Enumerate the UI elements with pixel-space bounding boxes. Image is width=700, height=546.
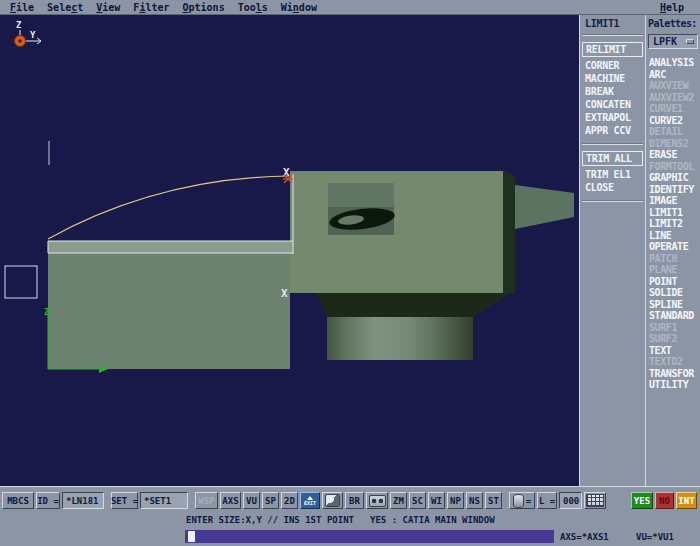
menu-window[interactable]: Window bbox=[281, 2, 317, 13]
palette-item-textd2[interactable]: TEXTD2 bbox=[646, 356, 700, 368]
hand-icon-button[interactable] bbox=[322, 492, 343, 509]
model-cylinder bbox=[327, 317, 473, 360]
palette-item-limit1[interactable]: LIMIT1 bbox=[646, 207, 700, 219]
toolbar-button-sp[interactable]: SP bbox=[262, 492, 279, 509]
palette-item-curve1[interactable]: CURVE1 bbox=[646, 103, 700, 115]
toolbar-button-st[interactable]: ST bbox=[485, 492, 502, 509]
palette-list: ANALYSISARCAUXVIEWAUXVIEW2CURVE1CURVE2DE… bbox=[646, 57, 700, 391]
palette-item-erase[interactable]: ERASE bbox=[646, 149, 700, 161]
palette-item-curve2[interactable]: CURVE2 bbox=[646, 115, 700, 127]
limit1-item-appr-ccv[interactable]: APPR CCV bbox=[580, 124, 645, 137]
viewport[interactable]: X X Z Z Y bbox=[0, 15, 579, 486]
model-slab-top bbox=[48, 241, 293, 253]
toolbar-button-wsp[interactable]: WSP bbox=[195, 492, 218, 509]
menu-view[interactable]: View bbox=[96, 2, 120, 13]
toolbar-button-mbcs[interactable]: MBCS bbox=[2, 492, 34, 509]
palette-item-surf1[interactable]: SURF1 bbox=[646, 322, 700, 334]
toolbar: MBCSID =*LN181SET =*SET1WSPAXSVUSP2DEXIT… bbox=[0, 486, 700, 512]
palette-item-surf2[interactable]: SURF2 bbox=[646, 333, 700, 345]
menu-help[interactable]: Help bbox=[660, 2, 684, 13]
toolbar-button-l[interactable]: L = bbox=[537, 492, 557, 509]
kbd-icon bbox=[586, 494, 604, 507]
palette-item-utility[interactable]: UTILITY bbox=[646, 379, 700, 391]
limit1-item-concaten[interactable]: CONCATEN bbox=[580, 98, 645, 111]
model-tab bbox=[515, 185, 574, 229]
toolbar-button-2d[interactable]: 2D bbox=[281, 492, 298, 509]
toolbar-button-id[interactable]: ID = bbox=[36, 492, 60, 509]
palette-item-analysis[interactable]: ANALYSIS bbox=[646, 57, 700, 69]
window-label: YES : CATIA MAIN WINDOW bbox=[370, 515, 495, 525]
separator bbox=[582, 143, 643, 145]
palette-mode-value: LPFK bbox=[653, 36, 677, 47]
toolbar-button-sc[interactable]: SC bbox=[409, 492, 426, 509]
reel-icon-button[interactable] bbox=[366, 492, 388, 509]
limit1-item-close[interactable]: CLOSE bbox=[580, 181, 645, 194]
limit1-panel-title: LIMIT1 bbox=[580, 15, 645, 32]
toolbar-button-br[interactable]: BR bbox=[345, 492, 364, 509]
limit1-item-machine[interactable]: MACHINE bbox=[580, 72, 645, 85]
axis-indicator: Z Y bbox=[15, 20, 42, 47]
menu-select[interactable]: Select bbox=[47, 2, 83, 13]
menu-tools[interactable]: Tools bbox=[238, 2, 268, 13]
limit1-item-extrapol[interactable]: EXTRAPOL bbox=[580, 111, 645, 124]
layer-field[interactable]: 000 bbox=[559, 492, 582, 509]
palette-item-limit2[interactable]: LIMIT2 bbox=[646, 218, 700, 230]
palette-item-formtool[interactable]: FORMTOOL bbox=[646, 161, 700, 173]
palette-item-line[interactable]: LINE bbox=[646, 230, 700, 242]
palette-item-patch[interactable]: PATCH bbox=[646, 253, 700, 265]
toolbar-gap bbox=[190, 508, 193, 509]
limit1-panel: LIMIT1 RELIMITCORNERMACHINEBREAKCONCATEN… bbox=[579, 15, 645, 486]
id-field[interactable]: *LN181 bbox=[62, 492, 104, 509]
toolbar-button-ns[interactable]: NS bbox=[466, 492, 483, 509]
palette-item-auxview[interactable]: AUXVIEW bbox=[646, 80, 700, 92]
toolbar-button-set[interactable]: SET = bbox=[111, 492, 138, 509]
filter-icon-button[interactable]: = bbox=[509, 492, 535, 509]
toolbar-button-wi[interactable]: WI bbox=[428, 492, 445, 509]
model-slab bbox=[48, 253, 290, 369]
menu-file[interactable]: File bbox=[10, 2, 34, 13]
palette-item-detail[interactable]: DETAIL bbox=[646, 126, 700, 138]
palette-item-arc[interactable]: ARC bbox=[646, 69, 700, 81]
palette-item-graphic[interactable]: GRAPHIC bbox=[646, 172, 700, 184]
palette-mode-dropdown[interactable]: LPFK bbox=[648, 34, 698, 49]
model-body-side bbox=[503, 169, 515, 293]
palette-item-spline[interactable]: SPLINE bbox=[646, 299, 700, 311]
catia-main-window: FileSelectViewFilterOptionsToolsWindowHe… bbox=[0, 0, 700, 546]
menu-options[interactable]: Options bbox=[183, 2, 225, 13]
model-axis-z-label: Z bbox=[44, 307, 50, 317]
palette-item-point[interactable]: POINT bbox=[646, 276, 700, 288]
exit-button[interactable]: EXIT bbox=[300, 492, 320, 509]
limit1-item-corner[interactable]: CORNER bbox=[580, 59, 645, 72]
limit1-item-trim-all[interactable]: TRIM ALL bbox=[582, 151, 643, 166]
palette-item-dimens2[interactable]: DIMENS2 bbox=[646, 138, 700, 150]
toolbar-button-vu[interactable]: VU bbox=[243, 492, 260, 509]
menu-filter[interactable]: Filter bbox=[133, 2, 169, 13]
palettes-title: Palettes: bbox=[646, 15, 700, 32]
limit1-item-trim-el1[interactable]: TRIM EL1 bbox=[580, 168, 645, 181]
limit1-item-break[interactable]: BREAK bbox=[580, 85, 645, 98]
palette-item-standard[interactable]: STANDARD bbox=[646, 310, 700, 322]
toolbar-button-np[interactable]: NP bbox=[447, 492, 464, 509]
no-button[interactable]: NO bbox=[655, 492, 674, 509]
set-field[interactable]: *SET1 bbox=[140, 492, 188, 509]
cad-model bbox=[48, 169, 574, 369]
separator bbox=[582, 200, 643, 202]
palette-item-solide[interactable]: SOLIDE bbox=[646, 287, 700, 299]
selection-box bbox=[5, 266, 37, 298]
command-bar: AXS=*AXS1 VU=*VU1 bbox=[0, 529, 700, 546]
reel-icon bbox=[369, 495, 386, 507]
keyboard-icon-button[interactable] bbox=[584, 492, 606, 509]
palette-item-transfor[interactable]: TRANSFOR bbox=[646, 368, 700, 380]
limit1-item-relimit[interactable]: RELIMIT bbox=[582, 42, 643, 57]
yes-button[interactable]: YES bbox=[631, 492, 653, 509]
toolbar-button-zm[interactable]: ZM bbox=[390, 492, 407, 509]
int-button[interactable]: INT bbox=[676, 492, 697, 509]
command-input[interactable] bbox=[185, 530, 554, 543]
palette-item-operate[interactable]: OPERATE bbox=[646, 241, 700, 253]
palette-item-image[interactable]: IMAGE bbox=[646, 195, 700, 207]
palette-item-text[interactable]: TEXT bbox=[646, 345, 700, 357]
toolbar-button-axs[interactable]: AXS bbox=[220, 492, 241, 509]
palette-item-identify[interactable]: IDENTIFY bbox=[646, 184, 700, 196]
palette-item-plane[interactable]: PLANE bbox=[646, 264, 700, 276]
palette-item-auxview2[interactable]: AUXVIEW2 bbox=[646, 92, 700, 104]
